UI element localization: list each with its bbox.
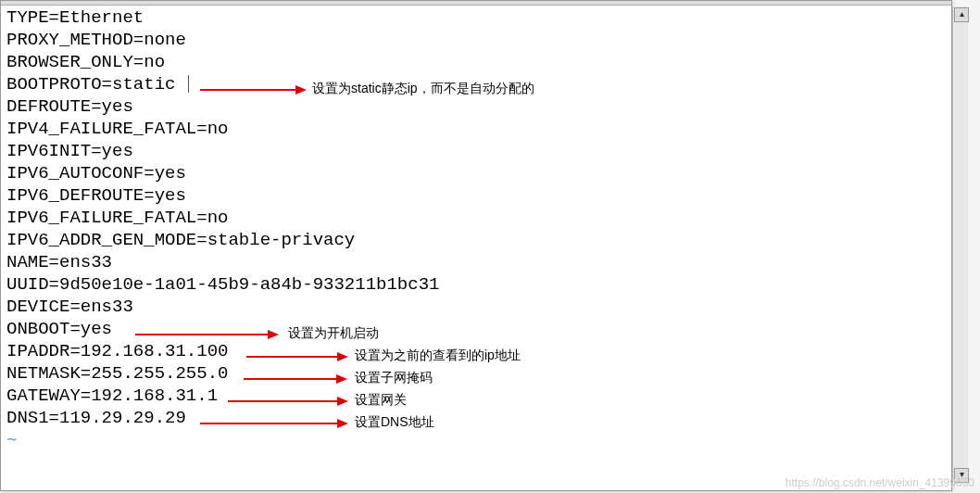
config-line: NAME=ens33 <box>1 251 951 273</box>
scroll-up-button[interactable]: ▴ <box>954 7 969 22</box>
annotation-ipaddr: 设置为之前的查看到的ip地址 <box>355 348 521 364</box>
editor-window: TYPE=Ethernet PROXY_METHOD=none BROWSER_… <box>0 0 952 491</box>
vim-tilde: ~ <box>1 429 951 451</box>
annotation-gateway: 设置网关 <box>355 392 407 409</box>
config-line: IPV6_ADDR_GEN_MODE=stable-privacy <box>1 229 951 251</box>
config-text: BOOTPROTO=static <box>6 74 175 95</box>
config-line: IPV6_DEFROUTE=yes <box>1 184 951 207</box>
config-line: IPV4_FAILURE_FATAL=no <box>1 118 951 140</box>
annotation-dns: 设置DNS地址 <box>355 414 434 431</box>
menubar <box>1 1 951 6</box>
config-line: TYPE=Ethernet <box>1 6 951 29</box>
config-line: BROWSER_ONLY=no <box>1 51 951 73</box>
config-line: DEFROUTE=yes <box>1 95 951 118</box>
config-line: IPV6INIT=yes <box>1 140 951 162</box>
config-line-onboot: ONBOOT=yes <box>1 318 951 340</box>
config-line: UUID=9d50e10e-1a01-45b9-a84b-933211b1bc3… <box>1 273 951 296</box>
annotation-netmask: 设置子网掩码 <box>355 370 433 386</box>
config-line-netmask: NETMASK=255.255.255.0 <box>1 362 951 385</box>
config-line: PROXY_METHOD=none <box>1 29 951 51</box>
editor-pane[interactable]: TYPE=Ethernet PROXY_METHOD=none BROWSER_… <box>1 6 951 490</box>
config-line: IPV6_FAILURE_FATAL=no <box>1 207 951 229</box>
config-line-dns: DNS1=119.29.29.29 <box>1 407 951 429</box>
config-line: IPV6_AUTOCONF=yes <box>1 162 951 184</box>
annotation-bootproto: 设置为static静态ip，而不是自动分配的 <box>312 81 534 97</box>
scrollbar[interactable]: ▴ ▾ <box>952 6 968 485</box>
annotation-onboot: 设置为开机启动 <box>288 325 379 342</box>
text-cursor <box>188 75 190 93</box>
config-line-gateway: GATEWAY=192.168.31.1 <box>1 385 951 407</box>
watermark-text: https://blog.csdn.net/weixin_41399650 <box>785 476 974 489</box>
config-line: DEVICE=ens33 <box>1 296 951 318</box>
